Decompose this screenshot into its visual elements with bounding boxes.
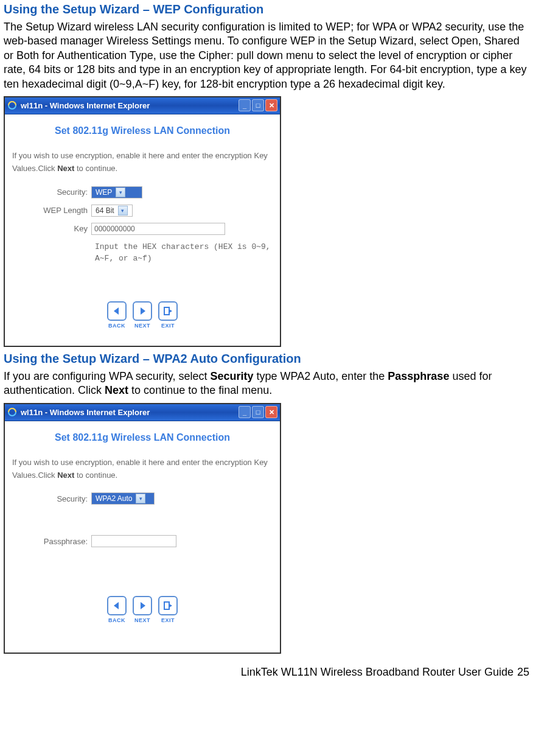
row-key: Key	[12, 223, 273, 235]
instr-tail: to continue.	[74, 164, 117, 173]
next-button[interactable]: NEXT	[133, 596, 152, 623]
wizard-instruction: If you wish to use encryption, enable it…	[12, 457, 273, 482]
row-wep-length: WEP Length 64 Bit ▾	[12, 205, 273, 217]
svg-marker-6	[114, 602, 119, 609]
p2a: If you are configuring WPA security, sel…	[4, 370, 210, 382]
exit-label: EXIT	[161, 617, 175, 623]
security-value: WEP	[93, 188, 116, 197]
section-para-wpa2: If you are configuring WPA security, sel…	[4, 369, 529, 398]
ie-icon	[7, 407, 17, 417]
section-heading-wpa2: Using the Setup Wizard – WPA2 Auto Confi…	[4, 352, 529, 366]
exit-label: EXIT	[161, 323, 175, 329]
instr-line-b: Values.Click	[12, 164, 57, 173]
back-button[interactable]: BACK	[107, 596, 127, 623]
maximize-button[interactable]: □	[252, 406, 264, 418]
label-security: Security:	[12, 187, 91, 197]
arrow-right-icon	[133, 301, 152, 321]
label-security: Security:	[12, 494, 91, 503]
svg-marker-1	[114, 307, 119, 315]
label-key: Key	[12, 224, 91, 233]
window-content: Set 802.11g Wireless LAN Connection If y…	[5, 114, 280, 346]
security-select[interactable]: WEP ▾	[91, 186, 142, 198]
key-hint: Input the HEX characters (HEX is 0~9, A~…	[95, 241, 273, 265]
window-wep: wl11n - Windows Internet Explorer _ □ ✕ …	[4, 96, 281, 347]
footer-text: LinkTek WL11N Wireless Broadband Router …	[241, 666, 514, 679]
key-input[interactable]	[91, 223, 225, 235]
p2c: type WPA2 Auto, enter the	[254, 370, 388, 382]
wizard-title: Set 802.11g Wireless LAN Connection	[12, 432, 273, 443]
arrow-left-icon	[107, 596, 127, 615]
maximize-button[interactable]: □	[252, 99, 264, 111]
exit-icon	[158, 596, 178, 615]
label-passphrase: Passphrase:	[12, 537, 91, 546]
svg-marker-2	[141, 307, 145, 315]
row-passphrase: Passphrase:	[12, 535, 273, 547]
window-content: Set 802.11g Wireless LAN Connection If y…	[5, 421, 280, 653]
back-label: BACK	[108, 323, 125, 329]
chevron-down-icon: ▾	[136, 494, 145, 503]
wizard-title: Set 802.11g Wireless LAN Connection	[12, 125, 273, 136]
next-button[interactable]: NEXT	[133, 301, 152, 329]
p2d: Passphrase	[388, 370, 449, 382]
page-footer: LinkTek WL11N Wireless Broadband Router …	[4, 666, 529, 679]
minimize-button[interactable]: _	[239, 406, 251, 418]
instr-line-b: Values.Click	[12, 471, 57, 480]
p2b: Security	[210, 370, 253, 382]
exit-button[interactable]: EXIT	[158, 596, 178, 623]
instr-bold-next: Next	[57, 164, 74, 173]
instr-tail: to continue.	[74, 471, 117, 480]
titlebar-text: wl11n - Windows Internet Explorer	[21, 408, 239, 417]
window-wpa2: wl11n - Windows Internet Explorer _ □ ✕ …	[4, 403, 281, 654]
wep-length-value: 64 Bit	[93, 206, 118, 215]
close-button[interactable]: ✕	[265, 99, 277, 111]
window-controls: _ □ ✕	[239, 406, 277, 418]
security-value: WPA2 Auto	[93, 494, 136, 503]
svg-marker-9	[169, 604, 172, 607]
chevron-down-icon: ▾	[118, 206, 128, 215]
footer-page-number: 25	[517, 666, 529, 679]
row-security: Security: WPA2 Auto ▾	[12, 492, 273, 505]
wep-length-select[interactable]: 64 Bit ▾	[91, 205, 133, 217]
p2g: to continue to the final menu.	[128, 384, 272, 396]
next-label: NEXT	[134, 617, 150, 623]
chevron-down-icon: ▾	[116, 187, 125, 197]
titlebar-text: wl11n - Windows Internet Explorer	[21, 101, 239, 110]
next-label: NEXT	[134, 323, 150, 329]
row-security: Security: WEP ▾	[12, 186, 273, 198]
exit-button[interactable]: EXIT	[158, 301, 178, 329]
window-controls: _ □ ✕	[239, 99, 277, 111]
svg-marker-7	[141, 602, 145, 609]
instr-line-a: If you wish to use encryption, enable it…	[12, 458, 268, 467]
close-button[interactable]: ✕	[265, 406, 277, 418]
wizard-nav: BACK NEXT EXIT	[12, 596, 273, 623]
instr-line-a: If you wish to use encryption, enable it…	[12, 151, 268, 160]
passphrase-input[interactable]	[91, 535, 176, 547]
spacer	[12, 511, 273, 535]
arrow-right-icon	[133, 596, 152, 615]
svg-rect-8	[164, 602, 169, 609]
security-select[interactable]: WPA2 Auto ▾	[91, 492, 155, 505]
svg-rect-3	[164, 307, 169, 315]
back-label: BACK	[108, 617, 125, 623]
exit-icon	[158, 301, 178, 321]
label-wep-length: WEP Length	[12, 206, 91, 215]
arrow-left-icon	[107, 301, 127, 321]
ie-icon	[7, 100, 17, 110]
titlebar: wl11n - Windows Internet Explorer _ □ ✕	[5, 97, 280, 114]
minimize-button[interactable]: _	[239, 99, 251, 111]
svg-marker-4	[169, 309, 172, 313]
wizard-instruction: If you wish to use encryption, enable it…	[12, 150, 273, 175]
section-para-wep: The Setup Wizard wireless LAN security c…	[4, 20, 529, 91]
instr-bold-next: Next	[57, 471, 74, 480]
section-heading-wep: Using the Setup Wizard – WEP Configurati…	[4, 2, 529, 16]
wizard-nav: BACK NEXT EXIT	[12, 301, 273, 329]
titlebar: wl11n - Windows Internet Explorer _ □ ✕	[5, 404, 280, 421]
back-button[interactable]: BACK	[107, 301, 127, 329]
p2f: Next	[105, 384, 128, 396]
